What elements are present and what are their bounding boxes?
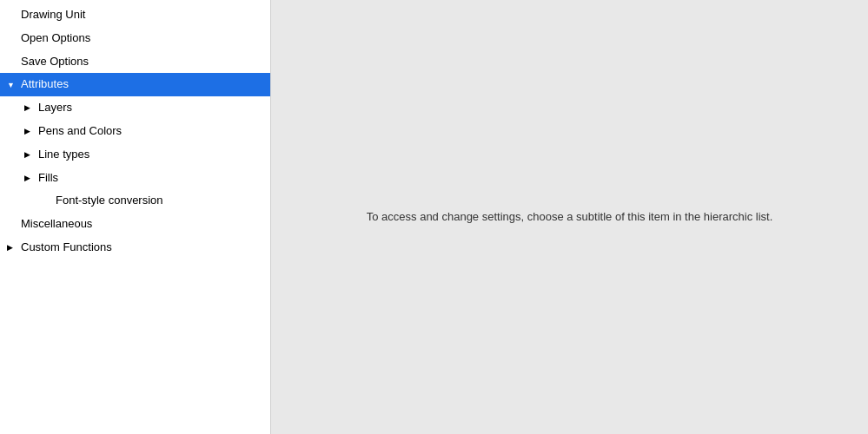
custom-functions-triangle-icon — [7, 241, 19, 253]
pens-and-colors-triangle-icon — [24, 125, 36, 137]
attributes-triangle-icon — [7, 79, 19, 91]
line-types-triangle-icon — [24, 148, 36, 161]
sidebar-item-attributes[interactable]: Attributes — [0, 73, 270, 96]
layers-label: Layers — [38, 99, 263, 117]
pens-and-colors-label: Pens and Colors — [38, 122, 263, 141]
sidebar-item-font-style-conversion[interactable]: Font-style conversion — [0, 189, 270, 213]
custom-functions-label: Custom Functions — [21, 239, 263, 257]
sidebar-item-open-options[interactable]: Open Options — [0, 27, 270, 50]
sidebar-item-custom-functions[interactable]: Custom Functions — [0, 236, 270, 260]
drawing-unit-label: Drawing Unit — [21, 6, 263, 24]
sidebar: Drawing UnitOpen OptionsSave OptionsAttr… — [0, 0, 271, 434]
sidebar-item-fills[interactable]: Fills — [0, 167, 270, 190]
sidebar-item-pens-and-colors[interactable]: Pens and Colors — [0, 120, 270, 143]
save-options-label: Save Options — [21, 53, 263, 71]
open-options-label: Open Options — [21, 30, 263, 48]
layers-triangle-icon — [24, 102, 36, 114]
main-content: To access and change settings, choose a … — [271, 0, 868, 434]
sidebar-item-drawing-unit[interactable]: Drawing Unit — [0, 3, 270, 27]
fills-label: Fills — [38, 169, 263, 187]
sidebar-item-line-types[interactable]: Line types — [0, 143, 270, 167]
font-style-conversion-label: Font-style conversion — [56, 192, 263, 210]
sidebar-item-miscellaneous[interactable]: Miscellaneous — [0, 213, 270, 236]
line-types-label: Line types — [38, 146, 263, 164]
sidebar-item-layers[interactable]: Layers — [0, 96, 270, 120]
fills-triangle-icon — [24, 172, 36, 184]
sidebar-item-save-options[interactable]: Save Options — [0, 50, 270, 74]
hint-text: To access and change settings, choose a … — [367, 208, 773, 226]
miscellaneous-label: Miscellaneous — [21, 215, 263, 233]
attributes-label: Attributes — [21, 76, 263, 94]
